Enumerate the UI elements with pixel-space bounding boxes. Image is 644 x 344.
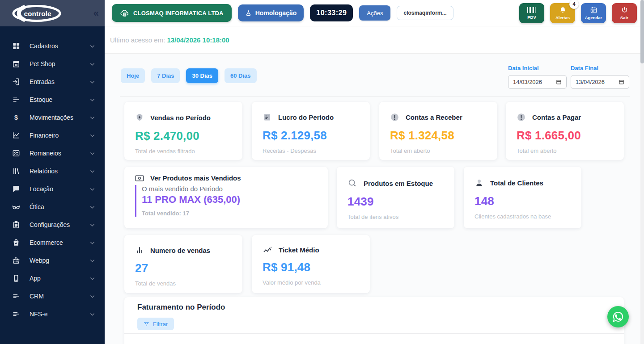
person-icon	[475, 178, 484, 188]
card-value: 27	[124, 255, 242, 275]
sidebar-item-nfs-e[interactable]: NFS-e	[0, 305, 105, 323]
billing-divider	[124, 333, 624, 334]
sidebar-item-label: Financeiro	[30, 132, 89, 139]
range-60dias-button[interactable]: 60 Dias	[225, 68, 257, 83]
phone-icon	[11, 274, 21, 283]
top-product-subtitle: O mais vendido do Periodo	[142, 185, 328, 193]
card-value: R$ 2.470,00	[124, 122, 242, 143]
sidebar-item-label: Relatórios	[30, 168, 89, 175]
data-final-block: Data Final 13/04/2026	[571, 65, 629, 89]
chevron-down-icon	[89, 168, 96, 175]
banknote-icon	[135, 175, 144, 182]
filter-divider	[120, 96, 630, 97]
sidebar-item-webpg[interactable]: Webpg	[0, 252, 105, 269]
pdv-button[interactable]: PDV	[519, 3, 544, 23]
alertas-button[interactable]: 4 Alertas	[550, 3, 575, 23]
bag-icon	[11, 238, 21, 247]
card-title: Ticket Médio	[279, 246, 319, 254]
scrollbar-track[interactable]	[640, 0, 644, 344]
last-access-label: Ultimo acesso em:	[110, 36, 165, 44]
clipboard-icon	[11, 220, 21, 229]
sidebar-item-ecommerce[interactable]: Ecommerce	[0, 234, 105, 252]
agendar-button[interactable]: Agendar	[581, 3, 606, 23]
acoes-button[interactable]: Ações	[359, 5, 390, 21]
faturamento-title: Faturamento no Período	[137, 303, 225, 312]
alert-count-badge: 4	[569, 0, 579, 9]
search-icon	[347, 178, 357, 188]
range-filter-group: Hoje 7 Dias 30 Dias 60 Dias	[121, 68, 257, 83]
chevron-down-icon	[89, 114, 96, 121]
scrollbar-thumb[interactable]	[640, 0, 644, 63]
lines-icon	[11, 310, 21, 319]
chevron-down-icon	[89, 293, 96, 300]
sidebar-item-label: Ecommerce	[30, 239, 89, 246]
dashboard-content: Hoje 7 Dias 30 Dias 60 Dias Data Inicial…	[105, 54, 640, 344]
chevron-down-icon	[89, 275, 96, 282]
chevron-down-icon	[89, 257, 96, 264]
date-picker-icon[interactable]	[619, 79, 624, 85]
sidebar-item-label: Webpg	[30, 257, 89, 264]
sidebar-item-financeiro[interactable]: Financeiro	[0, 126, 105, 144]
sidebar-item-pet-shop[interactable]: Pet Shop	[0, 55, 105, 73]
sair-button[interactable]: Sair	[612, 3, 637, 23]
flask-icon	[245, 9, 252, 17]
data-inicial-input[interactable]: 14/03/2026	[508, 75, 567, 89]
sidebar-item-estoque[interactable]: Estoque	[0, 91, 105, 109]
sidebar-item-label: Configurações	[30, 221, 89, 228]
sidebar-item-label: Locação	[30, 185, 89, 193]
login-icon	[11, 77, 21, 86]
range-7dias-button[interactable]: 7 Dias	[151, 68, 180, 83]
card-caption: Total de vendas filtrado	[124, 143, 242, 155]
sidebar-item-otica[interactable]: Ótica	[0, 198, 105, 216]
sidebar-item-cadastros[interactable]: Cadastros	[0, 37, 105, 55]
range-30dias-button[interactable]: 30 Dias	[186, 68, 218, 83]
checklist-icon	[11, 149, 21, 158]
sidebar-item-crm[interactable]: CRM	[0, 287, 105, 305]
funnel-icon	[144, 321, 149, 327]
range-hoje-button[interactable]: Hoje	[121, 68, 145, 83]
company-button[interactable]: CLOSMAQ INFORMATICA LTDA	[112, 4, 232, 22]
svg-text:$: $	[14, 114, 18, 121]
card-value: R$ 1.324,58	[379, 122, 497, 143]
card-value: R$ 1.665,00	[506, 122, 624, 143]
sidebar-item-label: Ótica	[30, 203, 89, 210]
sidebar-item-locacao[interactable]: Locação	[0, 180, 105, 198]
last-access-bar: Ultimo acesso em: 13/04/2026 10:18:00	[105, 26, 640, 54]
filtrar-button[interactable]: Filtrar	[137, 318, 174, 330]
data-final-input[interactable]: 13/04/2026	[571, 75, 629, 89]
sidebar-item-configuracoes[interactable]: Configurações	[0, 216, 105, 234]
whatsapp-icon	[611, 310, 625, 323]
chat-icon	[11, 185, 21, 193]
chevron-down-icon	[89, 311, 96, 318]
sidebar-item-relatorios[interactable]: Relatórios	[0, 162, 105, 180]
sidebar-item-movimentacoes[interactable]: $Movimentações	[0, 109, 105, 126]
card-title: Total de Clientes	[490, 179, 543, 187]
sidebar-item-label: Pet Shop	[30, 60, 89, 67]
card-lucro-periodo: Lucro do Período R$ 2.129,58 Receitas - …	[252, 102, 370, 160]
date-picker-icon[interactable]	[556, 79, 562, 85]
ver-produtos-link[interactable]: Ver Produtos mais Vendidos	[124, 167, 328, 182]
dollar-icon: $	[11, 113, 21, 122]
bar-chart-icon	[135, 246, 144, 255]
chevron-down-icon	[89, 150, 96, 157]
data-final-label: Data Final	[571, 65, 629, 71]
card-title: Contas a Receber	[406, 113, 462, 121]
card-value: 148	[464, 188, 581, 208]
homologacao-button[interactable]: Homologação	[238, 4, 304, 21]
sidebar-menu: CadastrosPet ShopEntradasEstoque$Movimen…	[0, 26, 105, 323]
bell-icon	[559, 6, 567, 14]
whatsapp-button[interactable]	[607, 306, 629, 327]
sidebar-item-romaneios[interactable]: Romaneios	[0, 144, 105, 162]
card-caption: Total de itens ativos	[337, 209, 454, 220]
sidebar-item-label: Romaneios	[30, 150, 89, 157]
card-ticket-medio: Ticket Médio R$ 91,48 Valor médio por ve…	[252, 235, 370, 293]
sidebar-item-entradas[interactable]: Entradas	[0, 73, 105, 91]
sidebar-collapse-icon[interactable]: «	[93, 8, 97, 19]
sidebar-item-label: Entradas	[30, 78, 89, 85]
card-contas-pagar: Contas a Pagar R$ 1.665,00 Total em aber…	[506, 102, 624, 160]
shield-icon	[135, 113, 144, 122]
sidebar-item-app[interactable]: App	[0, 269, 105, 287]
user-pill[interactable]: closmaqinform...	[397, 6, 453, 20]
card-vendas-periodo: Vendas no Período R$ 2.470,00 Total de v…	[124, 102, 242, 160]
card-contas-receber: Contas a Receber R$ 1.324,58 Total em ab…	[379, 102, 497, 160]
